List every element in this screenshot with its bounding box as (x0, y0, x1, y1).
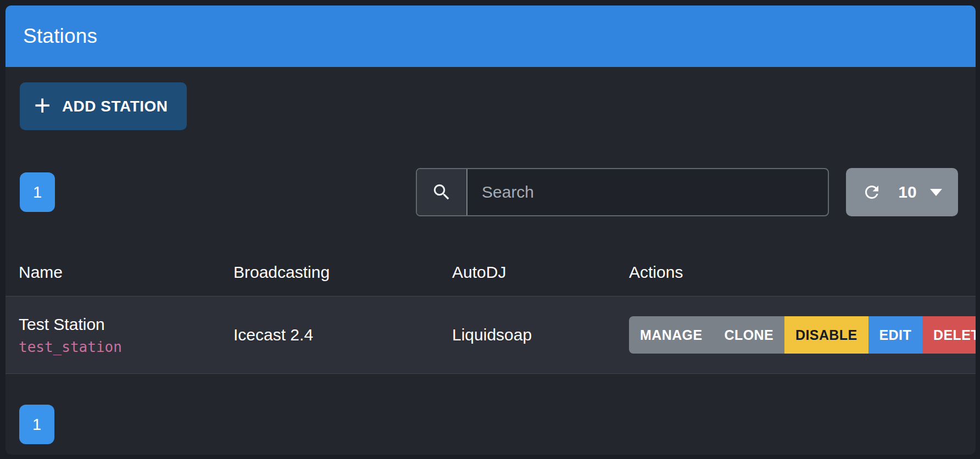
per-page-control: 10 (846, 168, 958, 216)
pagination-top-page-button[interactable]: 1 (20, 172, 55, 212)
table-footer: 1 (5, 374, 976, 444)
column-header-name: Name (19, 263, 233, 282)
station-shortname: test_station (19, 339, 222, 355)
manage-button[interactable]: MANAGE (629, 316, 714, 354)
table-row: Test Station test_station Icecast 2.4 Li… (5, 296, 976, 374)
disable-button[interactable]: DISABLE (784, 316, 868, 354)
page-title: Stations (23, 25, 97, 48)
search-icon-segment (417, 169, 467, 215)
search-icon (431, 182, 452, 203)
search-input[interactable] (467, 169, 828, 215)
pagination-bottom-page-button[interactable]: 1 (19, 405, 54, 444)
station-name-cell: Test Station test_station (19, 315, 233, 355)
card-header: Stations (5, 5, 976, 67)
per-page-dropdown[interactable]: 10 (898, 183, 942, 201)
column-header-autodj: AutoDJ (452, 263, 629, 282)
card-body-top: + ADD STATION 1 (5, 67, 976, 216)
toolbar: 1 (20, 168, 958, 216)
add-station-button[interactable]: + ADD STATION (20, 82, 187, 130)
stations-card: Stations + ADD STATION 1 (5, 5, 976, 455)
delete-button[interactable]: DELETE (922, 316, 976, 354)
column-header-broadcasting: Broadcasting (233, 263, 452, 282)
per-page-value: 10 (898, 183, 916, 201)
column-header-actions: Actions (629, 263, 976, 282)
station-broadcasting: Icecast 2.4 (233, 326, 452, 344)
station-name: Test Station (19, 315, 222, 334)
station-actions-cell: MANAGE CLONE DISABLE EDIT DELETE (629, 316, 976, 354)
edit-button[interactable]: EDIT (868, 316, 923, 354)
table-header-row: Name Broadcasting AutoDJ Actions (5, 248, 976, 296)
station-actions-group: MANAGE CLONE DISABLE EDIT DELETE (629, 316, 976, 354)
stations-table: Name Broadcasting AutoDJ Actions Test St… (5, 248, 976, 374)
station-autodj: Liquidsoap (452, 326, 629, 344)
add-station-label: ADD STATION (62, 98, 168, 115)
search-box (416, 168, 829, 216)
refresh-icon (862, 182, 882, 202)
clone-button[interactable]: CLONE (714, 316, 785, 354)
refresh-button[interactable] (862, 182, 882, 202)
caret-down-icon (930, 189, 942, 196)
